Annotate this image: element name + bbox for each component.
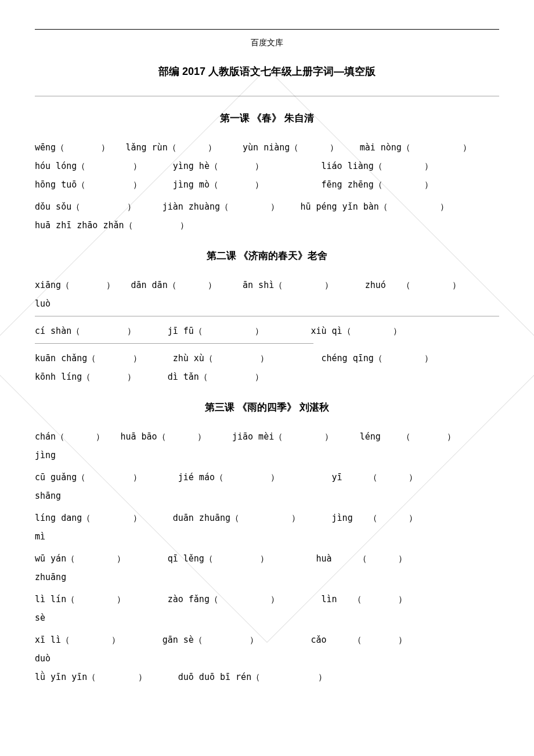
pinyin-item: wū yán (35, 553, 66, 564)
pinyin-item: duò (35, 653, 50, 664)
blank-paren[interactable]: （ ） (194, 326, 264, 336)
blank-paren[interactable]: （ ） (157, 431, 206, 442)
blank-paren[interactable]: （ ） (251, 672, 326, 682)
pinyin-item: zhù xù (173, 353, 204, 363)
pinyin-item: liáo liàng (322, 161, 374, 171)
blank-paren[interactable]: （ ） (77, 472, 141, 483)
top-rule (35, 29, 499, 30)
pinyin-item: huā bāo (120, 431, 157, 442)
pinyin-item: jìng (332, 513, 353, 523)
blank-paren[interactable]: （ ） (61, 635, 120, 645)
blank-paren[interactable]: （ ） (210, 161, 264, 171)
blank-paren[interactable]: （ ） (194, 635, 258, 645)
pinyin-item: mì (35, 531, 45, 542)
pinyin-item: zhuó (365, 280, 386, 290)
blank-paren[interactable]: （ ） (66, 553, 125, 564)
pinyin-item: zhuāng (35, 572, 66, 582)
blank-paren[interactable]: （ ） (82, 372, 136, 382)
pinyin-item: jī fū (168, 326, 194, 336)
pinyin-item: léng (360, 431, 381, 442)
pinyin-item: zào fǎng (168, 594, 210, 604)
blank-paren[interactable]: （ ） (220, 201, 279, 212)
lesson-1-title: 第一课 《春》 朱自清 (35, 111, 499, 125)
pinyin-item: hōng tuō (35, 179, 77, 190)
blank-paren[interactable]: （ ） (379, 201, 449, 212)
pinyin-item: jìng mò (173, 179, 210, 190)
pinyin-item: jié máo (178, 472, 215, 483)
pinyin-item: lì lín (35, 594, 66, 604)
blank-paren[interactable]: （ ） (402, 431, 456, 442)
lesson-3-block: chán（ ） huā bāo（ ） jiāo mèi（ ） léng （ ） … (35, 428, 499, 686)
pinyin-item: yìng hè (173, 161, 210, 171)
blank-paren[interactable]: （ ） (369, 513, 417, 523)
blank-paren[interactable]: （ ） (82, 513, 141, 523)
blank-paren[interactable]: （ ） (402, 280, 461, 290)
blank-paren[interactable]: （ ） (77, 161, 141, 171)
blank-paren[interactable]: （ ） (168, 280, 217, 290)
pinyin-item: xī lì (35, 635, 61, 645)
pinyin-item: wēng (35, 142, 56, 153)
blank-paren[interactable]: （ ） (274, 280, 333, 290)
blank-paren[interactable]: （ ） (210, 594, 279, 604)
blank-paren[interactable]: （ ） (374, 179, 433, 190)
blank-paren[interactable]: （ ） (374, 161, 433, 171)
pinyin-item: sè (35, 613, 45, 623)
pinyin-item: huā zhī zhāo zhǎn (35, 220, 124, 231)
blank-paren[interactable]: （ ） (199, 372, 264, 382)
blank-paren[interactable]: （ ） (230, 513, 300, 523)
pinyin-item: kuān chǎng (35, 353, 87, 363)
pinyin-item: ān shì (243, 280, 274, 290)
blank-paren[interactable]: （ ） (210, 179, 264, 190)
blank-paren[interactable]: （ ） (87, 353, 141, 363)
blank-paren[interactable]: （ ） (71, 326, 136, 336)
blank-paren[interactable]: （ ） (61, 280, 115, 290)
pinyin-item: qī lěng (168, 553, 204, 564)
blank-paren[interactable]: （ ） (342, 326, 402, 336)
lesson-2-block: xiāng（ ） dān dān（ ） ān shì（ ） zhuó （ ） l… (35, 276, 499, 386)
blank-paren[interactable]: （ ） (77, 179, 141, 190)
pinyin-item: duān zhuāng (173, 513, 230, 523)
blank-paren[interactable]: （ ） (369, 472, 417, 483)
blank-paren[interactable]: （ ） (353, 594, 407, 604)
blank-paren[interactable]: （ ） (215, 472, 279, 483)
pinyin-item: líng dang (35, 513, 82, 523)
pinyin-item: shāng (35, 491, 61, 501)
lesson-3-title: 第三课 《雨的四季》 刘湛秋 (35, 401, 499, 414)
pinyin-item: dān dān (131, 280, 167, 290)
pinyin-item: cí shàn (35, 326, 71, 336)
pinyin-item: chán (35, 431, 56, 442)
blank-paren[interactable]: （ ） (66, 594, 125, 604)
pinyin-item: yī (332, 472, 342, 483)
blank-paren[interactable]: （ ） (374, 353, 433, 363)
blank-paren[interactable]: （ ） (353, 635, 407, 645)
blank-paren[interactable]: （ ） (71, 201, 136, 212)
blank-paren[interactable]: （ ） (204, 553, 269, 564)
lesson-2-title: 第二课 《济南的春天》老舍 (35, 249, 499, 262)
blank-paren[interactable]: （ ） (56, 142, 110, 153)
pinyin-item: fēng zhēng (322, 179, 374, 190)
blank-paren[interactable]: （ ） (290, 142, 338, 153)
pinyin-item: huà (316, 553, 331, 564)
pinyin-item: jiāo mèi (232, 431, 274, 442)
blank-paren[interactable]: （ ） (274, 431, 333, 442)
pinyin-item: jiàn zhuàng (163, 201, 220, 212)
pinyin-item: hóu lóng (35, 161, 77, 171)
pinyin-item: xiāng (35, 280, 61, 290)
pinyin-item: hū péng yǐn bàn (300, 201, 378, 212)
pinyin-item: lǎng rùn (125, 142, 167, 153)
lesson-1-block: wēng（ ） lǎng rùn（ ） yùn niàng（ ） mài nòn… (35, 139, 499, 234)
pinyin-item: jìng (35, 450, 56, 460)
blank-paren[interactable]: （ ） (168, 142, 217, 153)
blank-paren[interactable]: （ ） (204, 353, 269, 363)
pinyin-item: duō duō bī rén (178, 672, 251, 682)
blank-paren[interactable]: （ ） (358, 553, 407, 564)
pinyin-item: lǜ yīn yīn (35, 672, 87, 682)
blank-paren[interactable]: （ ） (124, 220, 189, 231)
pinyin-item: dì tǎn (168, 372, 199, 382)
blank-paren[interactable]: （ ） (87, 672, 146, 682)
pinyin-item: gān sè (163, 635, 194, 645)
pinyin-item: lìn (322, 594, 337, 604)
blank-paren[interactable]: （ ） (402, 142, 471, 153)
divider (35, 316, 499, 316)
blank-paren[interactable]: （ ） (56, 431, 104, 442)
